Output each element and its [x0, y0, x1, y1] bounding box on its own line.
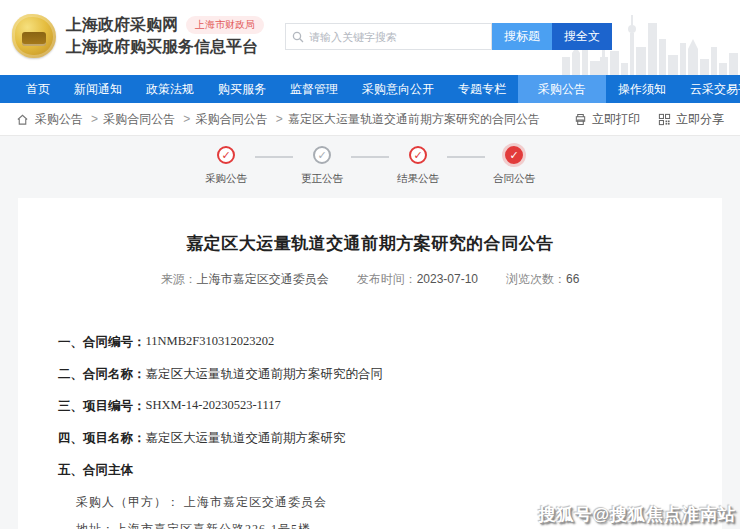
views-label: 浏览次数： — [506, 272, 566, 286]
step-result-notice[interactable]: 结果公告 — [389, 146, 447, 186]
page-title: 嘉定区大运量轨道交通前期方案研究的合同公告 — [58, 232, 682, 255]
contract-parties-heading: 五、合同主体 — [58, 462, 682, 479]
page: 上海政府采购网 上海市财政局 上海政府购买服务信息平台 搜标题 搜全文 — [0, 0, 740, 529]
qr-code-icon — [658, 113, 671, 126]
search-title-button[interactable]: 搜标题 — [492, 23, 552, 50]
site-titles: 上海政府采购网 上海市财政局 上海政府购买服务信息平台 — [66, 14, 264, 57]
step-correction-notice[interactable]: 更正公告 — [293, 146, 351, 186]
source-value: 上海市嘉定区交通委员会 — [197, 272, 329, 286]
source-label: 来源： — [161, 272, 197, 286]
site-header: 上海政府采购网 上海市财政局 上海政府购买服务信息平台 搜标题 搜全文 — [0, 0, 740, 75]
breadcrumb: 采购公告 采购合同公告 采购合同公告 嘉定区大运量轨道交通前期方案研究的合同公告 — [16, 111, 540, 128]
article-card: 嘉定区大运量轨道交通前期方案研究的合同公告 来源：上海市嘉定区交通委员会 发布时… — [18, 198, 722, 529]
share-button[interactable]: 立即分享 — [658, 111, 724, 128]
site-title-line1: 上海政府采购网 — [66, 14, 178, 36]
check-circle-icon — [217, 146, 235, 164]
gov-emblem-icon — [12, 14, 56, 58]
print-button[interactable]: 立即打印 — [574, 111, 640, 128]
nav-item-procurement-notice[interactable]: 采购公告 — [518, 75, 606, 103]
contract-number-row: 一、合同编号： 11NMB2F310312023202 — [58, 334, 682, 351]
nav-item-home[interactable]: 首页 — [14, 75, 62, 103]
share-label: 立即分享 — [676, 111, 724, 128]
check-circle-icon — [313, 146, 331, 164]
publish-time-value: 2023-07-10 — [417, 272, 478, 286]
breadcrumb-item-3[interactable]: 采购合同公告 — [181, 111, 267, 128]
step-contract-notice[interactable]: 合同公告 — [485, 146, 543, 186]
nav-item-operation-guide[interactable]: 操作须知 — [606, 75, 678, 103]
step-connector — [351, 156, 389, 158]
nav-item-special-columns[interactable]: 专题专栏 — [446, 75, 518, 103]
search-area: 搜标题 搜全文 — [285, 23, 612, 50]
article-meta: 来源：上海市嘉定区交通委员会 发布时间：2023-07-10 浏览次数：66 — [58, 271, 682, 288]
nav-item-cloud-trade-platform[interactable]: 云采交易平台 — [678, 75, 740, 103]
site-logo[interactable]: 上海政府采购网 上海市财政局 上海政府购买服务信息平台 — [12, 14, 264, 58]
printer-icon — [574, 113, 587, 126]
print-label: 立即打印 — [592, 111, 640, 128]
publish-time-label: 发布时间： — [357, 272, 417, 286]
contract-name-row: 二、合同名称： 嘉定区大运量轨道交通前期方案研究的合同 — [58, 366, 682, 383]
step-connector — [447, 156, 485, 158]
search-box — [285, 23, 492, 50]
check-circle-icon — [505, 146, 523, 164]
breadcrumb-item-2[interactable]: 采购合同公告 — [89, 111, 175, 128]
home-icon — [16, 113, 29, 126]
contract-detail-list: 一、合同编号： 11NMB2F310312023202 二、合同名称： 嘉定区大… — [58, 334, 682, 529]
check-circle-icon — [409, 146, 427, 164]
nav-item-intent-disclosure[interactable]: 采购意向公开 — [350, 75, 446, 103]
search-input[interactable] — [309, 31, 485, 43]
search-icon — [292, 31, 304, 43]
nav-item-supervision[interactable]: 监督管理 — [278, 75, 350, 103]
main-nav: 首页 新闻通知 政策法规 购买服务 监督管理 采购意向公开 专题专栏 采购公告 … — [0, 75, 740, 103]
step-connector — [255, 156, 293, 158]
nav-item-news[interactable]: 新闻通知 — [62, 75, 134, 103]
site-title-line2: 上海政府购买服务信息平台 — [66, 36, 264, 58]
sohu-watermark: 搜狐号@搜狐焦点淮南站 — [538, 503, 736, 526]
breadcrumb-item-1[interactable]: 采购公告 — [35, 111, 83, 128]
step-procurement-notice[interactable]: 采购公告 — [197, 146, 255, 186]
breadcrumb-item-current: 嘉定区大运量轨道交通前期方案研究的合同公告 — [274, 111, 540, 128]
nav-item-policy[interactable]: 政策法规 — [134, 75, 206, 103]
finance-bureau-badge: 上海市财政局 — [186, 16, 264, 34]
breadcrumb-bar: 采购公告 采购合同公告 采购合同公告 嘉定区大运量轨道交通前期方案研究的合同公告… — [0, 103, 740, 136]
page-tools: 立即打印 立即分享 — [574, 111, 724, 128]
notice-progress-steps: 采购公告 更正公告 结果公告 合同公告 — [0, 136, 740, 198]
project-number-row: 三、项目编号： SHXM-14-20230523-1117 — [58, 398, 682, 415]
project-name-row: 四、项目名称： 嘉定区大运量轨道交通前期方案研究 — [58, 430, 682, 447]
views-value: 66 — [566, 272, 579, 286]
nav-item-purchase-service[interactable]: 购买服务 — [206, 75, 278, 103]
search-fulltext-button[interactable]: 搜全文 — [552, 23, 612, 50]
